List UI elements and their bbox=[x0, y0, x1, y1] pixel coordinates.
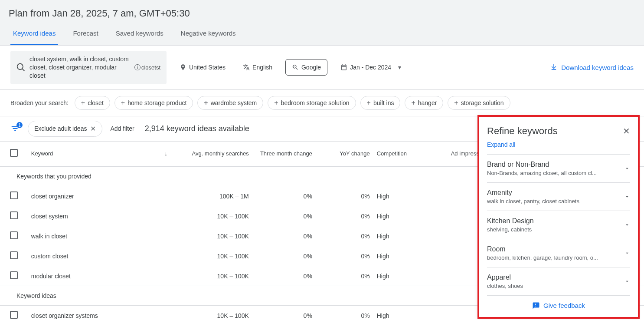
plus-icon: + bbox=[454, 99, 458, 106]
tab-negative-keywords[interactable]: Negative keywords bbox=[178, 23, 239, 45]
cell-comp: High bbox=[373, 186, 437, 206]
cell-three: 0% bbox=[252, 186, 316, 206]
tabs: Keyword ideas Forecast Saved keywords Ne… bbox=[0, 23, 644, 46]
cell-keyword: custom closet bbox=[28, 246, 177, 266]
add-filter-button[interactable]: Add filter bbox=[110, 125, 134, 132]
tab-forecast[interactable]: Forecast bbox=[70, 23, 101, 45]
cell-yoy: 0% bbox=[316, 266, 373, 286]
broaden-label: Broaden your search: bbox=[10, 99, 69, 106]
refine-group-sub: bedroom, kitchen, garage, laundry room, … bbox=[487, 254, 598, 261]
refine-title: Refine keywords bbox=[487, 125, 558, 137]
cell-avg: 100K – 1M bbox=[177, 186, 252, 206]
title-bar: Plan from Jan 28, 2025, 7 am, GMT+05:30 bbox=[0, 0, 644, 23]
cell-three: 0% bbox=[252, 246, 316, 266]
row-checkbox[interactable] bbox=[10, 191, 18, 199]
svg-rect-0 bbox=[292, 67, 294, 67]
cell-keyword: walk in closet bbox=[28, 226, 177, 246]
chevron-down-icon bbox=[624, 222, 630, 228]
row-checkbox[interactable] bbox=[10, 311, 18, 319]
row-checkbox[interactable] bbox=[10, 231, 18, 239]
broaden-chip[interactable]: +bedroom storage solution bbox=[268, 96, 356, 110]
site-pill[interactable]: iclosetst bbox=[134, 64, 160, 71]
language-icon bbox=[243, 64, 250, 71]
broaden-chip[interactable]: +home storage product bbox=[114, 96, 193, 110]
chevron-down-icon bbox=[624, 278, 630, 284]
network-icon bbox=[292, 64, 299, 71]
sort-icon[interactable]: ↓ bbox=[154, 142, 177, 167]
refine-panel: Refine keywords ✕ Expand all Brand or No… bbox=[477, 115, 640, 319]
cell-comp: High bbox=[373, 206, 437, 226]
col-avg[interactable]: Avg. monthly searches bbox=[177, 142, 252, 167]
refine-group[interactable]: Kitchen Designshelving, cabinets bbox=[487, 211, 630, 239]
page-title: Plan from Jan 28, 2025, 7 am, GMT+05:30 bbox=[9, 8, 635, 19]
close-icon[interactable]: ✕ bbox=[90, 125, 96, 133]
broaden-chip[interactable]: +wardrobe system bbox=[197, 96, 263, 110]
cell-yoy: 0% bbox=[316, 226, 373, 246]
cell-yoy: 0% bbox=[316, 306, 373, 320]
refine-group-sub: Non-Brands, amazing closet, all custom c… bbox=[487, 170, 597, 176]
col-three-month[interactable]: Three month change bbox=[252, 142, 316, 167]
download-button[interactable]: Download keyword ideas bbox=[550, 63, 634, 71]
refine-group-sub: walk in closet, pantry, closet cabinets bbox=[487, 198, 579, 205]
close-icon[interactable]: ✕ bbox=[623, 126, 630, 136]
give-feedback-link[interactable]: Give feedback bbox=[532, 302, 585, 310]
select-all-checkbox[interactable] bbox=[10, 149, 18, 157]
refine-group[interactable]: Apparelclothes, shoes bbox=[487, 267, 630, 295]
language-selector[interactable]: English bbox=[239, 61, 277, 73]
cell-avg: 10K – 100K bbox=[177, 206, 252, 226]
exclude-adult-chip[interactable]: Exclude adult ideas ✕ bbox=[28, 121, 102, 137]
row-checkbox[interactable] bbox=[10, 271, 18, 279]
cell-yoy: 0% bbox=[316, 186, 373, 206]
refine-group[interactable]: Brand or Non-BrandNon-Brands, amazing cl… bbox=[487, 154, 630, 182]
cell-avg: 10K – 100K bbox=[177, 266, 252, 286]
cell-avg: 10K – 100K bbox=[177, 246, 252, 266]
refine-group-title: Room bbox=[487, 245, 598, 253]
cell-three: 0% bbox=[252, 226, 316, 246]
broaden-row: Broaden your search: +closet +home stora… bbox=[0, 90, 644, 116]
cell-keyword: modular closet bbox=[28, 266, 177, 286]
cell-keyword: closet system bbox=[28, 206, 177, 226]
plus-icon: + bbox=[274, 99, 278, 106]
row-checkbox[interactable] bbox=[10, 251, 18, 259]
cell-comp: High bbox=[373, 226, 437, 246]
download-icon bbox=[550, 63, 558, 71]
refine-group-sub: shelving, cabinets bbox=[487, 226, 534, 233]
cell-three: 0% bbox=[252, 206, 316, 226]
network-selector[interactable]: Google bbox=[285, 59, 327, 76]
refine-group-title: Brand or Non-Brand bbox=[487, 161, 597, 168]
location-selector[interactable]: United States bbox=[175, 61, 230, 73]
plus-icon: + bbox=[411, 99, 415, 106]
col-keyword[interactable]: Keyword bbox=[28, 142, 154, 167]
search-icon bbox=[16, 63, 25, 72]
date-range-selector[interactable]: Jan - Dec 2024 ▾ bbox=[336, 61, 405, 73]
refine-group[interactable]: Amenitywalk in closet, pantry, closet ca… bbox=[487, 182, 630, 211]
plus-icon: + bbox=[81, 99, 85, 106]
broaden-chip[interactable]: +hanger bbox=[405, 96, 443, 110]
col-competition[interactable]: Competition bbox=[373, 142, 437, 167]
refine-group[interactable]: Roombedroom, kitchen, garage, laundry ro… bbox=[487, 239, 630, 267]
refine-group-title: Amenity bbox=[487, 189, 579, 197]
cell-three: 0% bbox=[252, 266, 316, 286]
expand-all-link[interactable]: Expand all bbox=[487, 141, 515, 154]
cell-avg: 10K – 100K bbox=[177, 226, 252, 246]
search-box[interactable]: closet system, walk in closet, custom cl… bbox=[10, 51, 167, 84]
cell-comp: High bbox=[373, 246, 437, 266]
config-row: closet system, walk in closet, custom cl… bbox=[0, 46, 644, 90]
tab-keyword-ideas[interactable]: Keyword ideas bbox=[10, 23, 58, 45]
cell-yoy: 0% bbox=[316, 246, 373, 266]
broaden-chip[interactable]: +closet bbox=[75, 96, 110, 110]
cell-three: 0% bbox=[252, 306, 316, 320]
row-checkbox[interactable] bbox=[10, 211, 18, 219]
broaden-chip[interactable]: +storage solution bbox=[448, 96, 510, 110]
broaden-chip[interactable]: +built ins bbox=[360, 96, 401, 110]
refine-group-title: Kitchen Design bbox=[487, 217, 534, 225]
calendar-icon bbox=[340, 64, 347, 71]
cell-comp: High bbox=[373, 306, 437, 320]
filter-icon[interactable]: 1 bbox=[10, 124, 20, 133]
feedback-icon bbox=[532, 302, 540, 310]
refine-group-title: Apparel bbox=[487, 274, 523, 281]
location-icon bbox=[180, 64, 186, 71]
chevron-down-icon bbox=[624, 165, 630, 172]
tab-saved-keywords[interactable]: Saved keywords bbox=[113, 23, 166, 45]
col-yoy[interactable]: YoY change bbox=[316, 142, 373, 167]
